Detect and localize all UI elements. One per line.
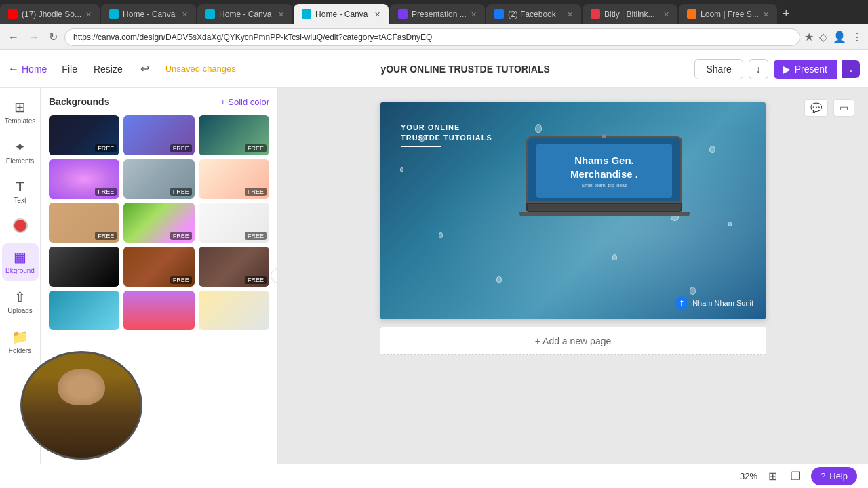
duplicate-button[interactable]: ▭: [833, 99, 854, 117]
background-item-10[interactable]: [49, 247, 119, 287]
background-item-6[interactable]: FREE: [199, 159, 269, 199]
slide-company-line1: YOUR ONLINE: [401, 123, 492, 133]
unsaved-indicator: Unsaved changes: [165, 64, 236, 74]
tab-favicon: [494, 9, 504, 19]
free-badge: FREE: [95, 232, 117, 240]
file-menu[interactable]: File: [55, 61, 84, 77]
comment-button[interactable]: 💬: [804, 99, 828, 117]
back-button[interactable]: ←: [5, 30, 22, 45]
background-item-5[interactable]: FREE: [123, 159, 194, 199]
tab-close-icon[interactable]: ✕: [182, 10, 188, 19]
solid-color-button[interactable]: + Solid color: [220, 97, 269, 107]
background-item-2[interactable]: FREE: [123, 115, 194, 155]
tab-favicon: [302, 9, 311, 19]
sidebar-color-swatch[interactable]: [2, 213, 39, 241]
help-label: Help: [829, 471, 848, 481]
background-item-12[interactable]: FREE: [199, 247, 269, 287]
topbar-left: ← Home File Resize ↩ Unsaved changes: [8, 60, 236, 78]
background-item-9[interactable]: FREE: [199, 203, 269, 243]
laptop-base: [519, 212, 690, 216]
browser-toolbar: ← → ↻ ★ ◇ 👤 ⋮: [0, 24, 868, 50]
menu-icon[interactable]: ⋮: [852, 30, 863, 43]
sidebar-item-text[interactable]: T Text: [2, 174, 39, 210]
tab-title: Presentation ...: [412, 9, 467, 19]
social-name: Nham Nham Sonit: [692, 299, 753, 307]
browser-tab-tab7[interactable]: Bitly | Bitlink... ✕: [583, 4, 677, 24]
tab-close-icon[interactable]: ✕: [374, 10, 380, 19]
avatar-icon[interactable]: 👤: [833, 30, 846, 43]
canva-topbar: ← Home File Resize ↩ Unsaved changes yOU…: [0, 50, 868, 88]
background-item-7[interactable]: FREE: [49, 203, 119, 243]
sidebar-item-templates[interactable]: ⊞ Templates: [2, 94, 39, 131]
canvas-area[interactable]: 💬 ▭: [278, 88, 868, 464]
uploads-icon: ⇧: [14, 289, 26, 305]
slide-canvas: YOUR ONLINE TRUSTDE TUTORIALS Nhams G: [380, 102, 766, 319]
tab-close-icon[interactable]: ✕: [663, 10, 669, 19]
slide-wrapper[interactable]: YOUR ONLINE TRUSTDE TUTORIALS Nhams G: [380, 102, 766, 320]
bottom-bar: 32% ⊞ ❐ ? Help: [0, 464, 868, 488]
browser-tab-tab4[interactable]: Home - Canva ✕: [294, 4, 389, 24]
home-label: Home: [22, 64, 47, 75]
free-badge: FREE: [170, 188, 192, 196]
tab-favicon: [205, 9, 215, 19]
background-item-1[interactable]: FREE: [49, 115, 119, 155]
share-button[interactable]: Share: [694, 59, 743, 79]
laptop-keyboard: [526, 203, 682, 212]
refresh-button[interactable]: ↻: [46, 29, 60, 45]
panel-collapse-button[interactable]: ‹: [271, 268, 278, 283]
grid-view-button[interactable]: ⊞: [766, 467, 780, 485]
free-badge: FREE: [170, 276, 192, 284]
sidebar-label-background: Bkground: [5, 267, 35, 275]
zoom-level: 32%: [740, 471, 757, 481]
download-button[interactable]: ↓: [749, 59, 768, 79]
browser-tab-tab6[interactable]: (2) Facebook ✕: [486, 4, 581, 24]
back-arrow-icon: ←: [8, 63, 19, 75]
canvas-actions: 💬 ▭: [804, 99, 854, 117]
address-bar[interactable]: [64, 28, 800, 46]
tab-close-icon[interactable]: ✕: [567, 10, 573, 19]
add-page-button[interactable]: + Add a new page: [380, 327, 766, 355]
background-item-13[interactable]: [49, 291, 119, 331]
tab-close-icon[interactable]: ✕: [85, 10, 92, 19]
slide-social: f Nham Nham Sonit: [675, 296, 753, 310]
browser-tab-tab2[interactable]: Home - Canva ✕: [101, 4, 196, 24]
sidebar-item-background[interactable]: ▦ Bkground: [2, 243, 39, 281]
new-tab-button[interactable]: +: [777, 7, 795, 21]
browser-tab-tab3[interactable]: Home - Canva ✕: [197, 4, 292, 24]
present-dropdown-button[interactable]: ⌄: [842, 60, 860, 78]
browser-tab-tab8[interactable]: Loom | Free S... ✕: [679, 4, 777, 24]
background-item-4[interactable]: FREE: [49, 159, 119, 199]
browser-tab-tab5[interactable]: Presentation ... ✕: [390, 4, 485, 24]
present-icon: ▶: [783, 64, 791, 75]
bookmark-icon[interactable]: ★: [804, 30, 814, 43]
resize-menu[interactable]: Resize: [87, 61, 130, 77]
tab-close-icon[interactable]: ✕: [763, 10, 769, 19]
free-badge: FREE: [170, 144, 192, 152]
background-item-3[interactable]: FREE: [199, 115, 269, 155]
extensions-icon[interactable]: ◇: [819, 30, 827, 43]
tab-close-icon[interactable]: ✕: [278, 10, 284, 19]
help-button[interactable]: ? Help: [811, 467, 857, 485]
facebook-icon: f: [675, 296, 688, 310]
undo-button[interactable]: ↩: [138, 60, 152, 78]
sidebar-item-uploads[interactable]: ⇧ Uploads: [2, 283, 39, 321]
forward-button[interactable]: →: [26, 30, 42, 45]
background-item-8[interactable]: FREE: [123, 203, 194, 243]
background-item-11[interactable]: FREE: [123, 247, 194, 287]
undo-redo: ↩: [138, 60, 152, 78]
browser-tab-tab1[interactable]: (17) Jhodie So... ✕: [0, 4, 100, 24]
fullscreen-button[interactable]: ❐: [788, 467, 803, 485]
webcam-person: [22, 353, 140, 458]
topbar-menu: File Resize: [55, 61, 129, 77]
background-item-15[interactable]: [199, 291, 269, 331]
home-button[interactable]: ← Home: [8, 63, 47, 75]
present-button[interactable]: ▶ Present: [774, 60, 837, 79]
background-item-14[interactable]: [123, 291, 194, 331]
tab-favicon: [109, 9, 119, 19]
laptop-brand-text: Nhams Gen. Merchandise .: [570, 154, 638, 180]
tab-title: (17) Jhodie So...: [22, 9, 81, 19]
color-swatch-icon: [13, 218, 28, 233]
sidebar-item-elements[interactable]: ✦ Elements: [2, 134, 39, 171]
tab-close-icon[interactable]: ✕: [471, 10, 477, 19]
slide-content: YOUR ONLINE TRUSTDE TUTORIALS Nhams G: [380, 102, 766, 319]
